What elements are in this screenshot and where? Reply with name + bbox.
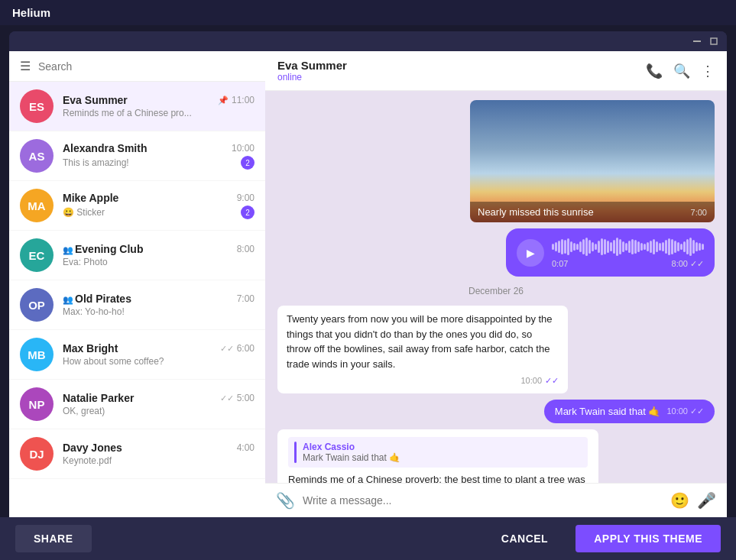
contact-preview: Reminds me of a Chinese pro...	[63, 108, 255, 118]
play-button[interactable]: ▶	[517, 239, 544, 267]
short-text: Mark Twain said that 🤙	[555, 406, 661, 417]
contact-item[interactable]: MB Max Bright ✓✓ 6:00 How about some cof…	[9, 330, 265, 380]
waveform-bar	[647, 242, 649, 251]
waveform-bar	[576, 244, 579, 250]
search-icon[interactable]: 🔍	[673, 63, 690, 79]
message-meta: 10:00 ✓✓	[287, 374, 559, 387]
image-caption: Nearly missed this sunrise 7:00	[470, 202, 715, 222]
contact-item[interactable]: MA Mike Apple 9:00 😀 Sticker 2	[9, 181, 265, 231]
voice-time-row: 0:07 8:00 ✓✓	[552, 259, 704, 269]
svg-rect-1	[711, 38, 717, 44]
contact-item[interactable]: DJ Davy Jones 4:00 Keynote.pdf	[9, 429, 265, 479]
short-bubble: Mark Twain said that 🤙 10:00 ✓✓	[544, 400, 715, 423]
voice-duration: 0:07	[552, 259, 568, 269]
waveform-bar	[671, 239, 673, 254]
waveform-bar	[622, 241, 624, 252]
contact-time: 5:00	[237, 393, 255, 403]
avatar: OP	[20, 288, 53, 322]
waveform-bar	[558, 241, 560, 253]
waveform-bar	[637, 241, 640, 252]
double-check-icon: ✓✓	[220, 393, 234, 403]
contact-name-row: 👥Evening Club 8:00	[63, 243, 255, 255]
app-title: Helium	[12, 6, 50, 19]
text-message: Twenty years from now you will be more d…	[277, 306, 568, 393]
contact-info: Eva Summer 📌 11:00 Reminds me of a Chine…	[63, 94, 255, 118]
contact-item[interactable]: EC 👥Evening Club 8:00 Eva: Photo	[9, 231, 265, 280]
more-icon[interactable]: ⋮	[701, 63, 715, 79]
waveform-bar	[699, 243, 701, 251]
contact-name: Davy Jones	[63, 442, 122, 454]
action-buttons: CANCEL APPLY THIS THEME	[483, 525, 721, 552]
title-bar: Helium	[0, 0, 736, 25]
contact-name-row: 👥Old Pirates 7:00	[63, 293, 255, 305]
contact-name: 👥Old Pirates	[63, 293, 131, 305]
chat-actions: 📞 🔍 ⋮	[646, 63, 715, 79]
minimize-button[interactable]	[692, 36, 702, 47]
contact-info: 👥Evening Club 8:00 Eva: Photo	[63, 243, 255, 267]
double-check-icon: ✓✓	[220, 344, 234, 354]
image-caption-text: Nearly missed this sunrise	[478, 206, 594, 218]
contact-name: Alexandra Smith	[63, 142, 147, 154]
waveform-bar	[702, 244, 704, 250]
message-input[interactable]	[303, 494, 663, 507]
contact-item[interactable]: OP 👥Old Pirates 7:00 Max: Yo-ho-ho!	[9, 280, 265, 330]
emoji-icon[interactable]: 🙂	[670, 491, 689, 510]
waveform-bar	[561, 239, 563, 254]
contact-name-row: Natalie Parker ✓✓ 5:00	[63, 392, 255, 404]
waveform-bar	[579, 241, 582, 252]
waveform-bar	[677, 242, 679, 251]
waveform-bar	[689, 238, 692, 256]
sidebar-header: ☰	[9, 51, 265, 82]
attach-icon[interactable]: 📎	[276, 491, 295, 510]
avatar: AS	[20, 139, 53, 173]
waveform-bar	[668, 238, 670, 255]
search-input[interactable]	[38, 60, 255, 73]
waveform-bar	[659, 243, 661, 251]
quote-bar	[294, 442, 297, 463]
contact-info: 👥Old Pirates 7:00 Max: Yo-ho-ho!	[63, 293, 255, 317]
contact-name-row: Davy Jones 4:00	[63, 442, 255, 454]
waveform-bar	[564, 240, 566, 254]
share-button[interactable]: SHARE	[15, 525, 92, 552]
waveform-bar	[634, 240, 637, 254]
avatar: NP	[20, 387, 53, 421]
phone-icon[interactable]: 📞	[646, 63, 663, 79]
menu-icon[interactable]: ☰	[20, 59, 31, 73]
waveform-bar	[552, 244, 554, 250]
voice-timestamp: 8:00 ✓✓	[672, 259, 704, 269]
play-icon: ▶	[527, 247, 535, 259]
contact-info: Natalie Parker ✓✓ 5:00 OK, great)	[63, 392, 255, 416]
chat-contact-status: online	[277, 72, 638, 83]
quoted-message: Alex Cassio Mark Twain said that 🤙 Remin…	[277, 429, 598, 484]
maximize-button[interactable]	[708, 36, 719, 47]
waveform-bar	[653, 239, 655, 254]
image-bubble: Nearly missed this sunrise 7:00	[470, 100, 715, 222]
pin-icon: 📌	[218, 95, 229, 105]
waveform-bar	[656, 241, 658, 252]
group-icon: 👥	[63, 295, 73, 304]
contact-item[interactable]: AS Alexandra Smith 10:00 This is amazing…	[9, 131, 265, 181]
contact-name-row: Max Bright ✓✓ 6:00	[63, 342, 255, 354]
app-window: ☰ ES Eva Summer 📌 11:00 Reminds me of a …	[9, 31, 727, 517]
contact-name-row: Mike Apple 9:00	[63, 192, 255, 204]
contact-item[interactable]: ES Eva Summer 📌 11:00 Reminds me of a Ch…	[9, 82, 265, 131]
svg-rect-0	[693, 40, 701, 42]
contact-item[interactable]: NP Natalie Parker ✓✓ 5:00 OK, great)	[9, 380, 265, 429]
waveform-bar	[665, 240, 667, 254]
apply-theme-button[interactable]: APPLY THIS THEME	[576, 525, 721, 552]
contact-name: Mike Apple	[63, 192, 118, 204]
image-message: Nearly missed this sunrise 7:00	[470, 100, 715, 222]
waveform-bar	[585, 238, 588, 256]
waveform-bar	[555, 242, 557, 251]
waveform-bar	[628, 241, 631, 253]
sidebar: ☰ ES Eva Summer 📌 11:00 Reminds me of a …	[9, 51, 265, 517]
image-time: 7:00	[691, 208, 707, 217]
waveform-bar	[625, 243, 627, 251]
unread-badge: 2	[241, 206, 255, 219]
mic-icon[interactable]: 🎤	[697, 491, 716, 510]
waveform-bar	[662, 242, 664, 251]
quote-content: Alex Cassio Mark Twain said that 🤙	[288, 437, 588, 468]
cancel-button[interactable]: CANCEL	[483, 525, 566, 552]
waveform-bar	[616, 238, 618, 256]
waveform-bar	[592, 242, 594, 251]
